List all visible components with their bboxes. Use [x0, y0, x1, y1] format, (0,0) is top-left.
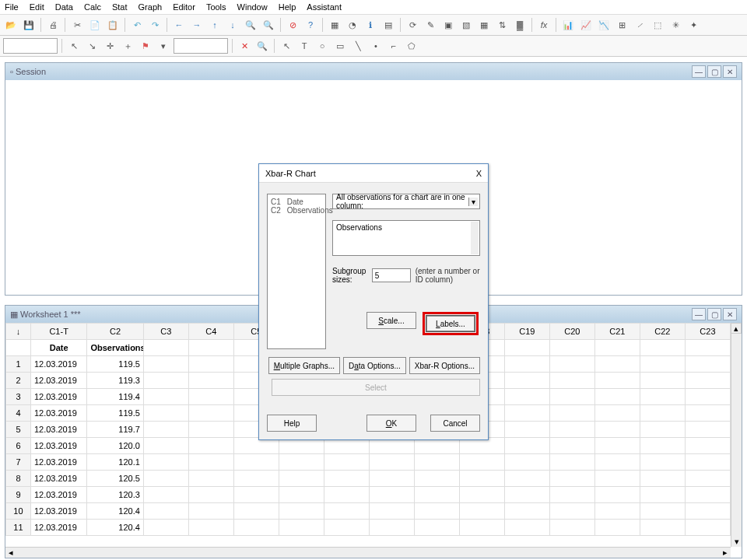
- cell[interactable]: [685, 438, 730, 454]
- cell[interactable]: [640, 520, 685, 536]
- arrow-down-icon[interactable]: ↓: [225, 17, 240, 33]
- cell[interactable]: [324, 471, 369, 487]
- circle-tool-icon[interactable]: ○: [314, 38, 330, 54]
- paste-icon[interactable]: 📋: [105, 17, 121, 33]
- cell[interactable]: [594, 487, 640, 503]
- menu-window[interactable]: Window: [237, 2, 268, 12]
- cell[interactable]: [324, 487, 369, 503]
- text-tool-icon[interactable]: T: [296, 38, 312, 54]
- cell[interactable]: 12.03.2019: [30, 454, 87, 471]
- minimize-button[interactable]: —: [692, 65, 706, 78]
- ws-minimize-button[interactable]: —: [692, 308, 706, 320]
- cell[interactable]: [324, 454, 369, 471]
- chart1-icon[interactable]: 📊: [560, 17, 576, 33]
- chart5-icon[interactable]: ⟋: [632, 17, 647, 33]
- cell[interactable]: [143, 438, 188, 454]
- flag-icon[interactable]: ⚑: [138, 38, 153, 54]
- multiple-graphs-button[interactable]: Multiple Graphs...: [268, 357, 340, 374]
- cancel-icon[interactable]: ⊘: [285, 17, 300, 33]
- menu-data[interactable]: Data: [55, 2, 73, 12]
- layers-icon[interactable]: ▣: [440, 17, 456, 33]
- cell[interactable]: [188, 356, 233, 373]
- menu-editor[interactable]: Editor: [173, 2, 195, 12]
- session-title-bar[interactable]: ▫ Session — ▢ ✕: [5, 63, 742, 80]
- menu-assistant[interactable]: Assistant: [307, 2, 342, 12]
- cell[interactable]: [685, 405, 730, 422]
- cell[interactable]: [279, 487, 324, 503]
- cut-icon[interactable]: ✂: [69, 17, 85, 33]
- open-icon[interactable]: 📂: [3, 17, 19, 33]
- row-header[interactable]: 1: [6, 356, 31, 373]
- pointer-icon[interactable]: ↖: [66, 38, 82, 54]
- cell[interactable]: [188, 487, 233, 503]
- chart3-icon[interactable]: 📉: [596, 17, 612, 33]
- cell[interactable]: [188, 373, 233, 389]
- grid-icon[interactable]: ▦: [476, 17, 492, 33]
- cell[interactable]: [504, 487, 549, 503]
- poly-tool-icon[interactable]: ⬠: [404, 38, 419, 54]
- arrangement-dropdown[interactable]: All observations for a chart are in one …: [332, 194, 480, 209]
- cell[interactable]: [504, 454, 549, 471]
- row-header[interactable]: 8: [6, 471, 31, 487]
- maximize-button[interactable]: ▢: [707, 65, 721, 78]
- row-header[interactable]: 2: [6, 373, 31, 389]
- chart8-icon[interactable]: ✦: [686, 17, 701, 33]
- cell[interactable]: [685, 356, 730, 373]
- textarea-scrollbar[interactable]: [471, 222, 479, 254]
- cell[interactable]: 119.5: [87, 356, 144, 373]
- cell[interactable]: 120.4: [87, 520, 144, 536]
- cell[interactable]: 12.03.2019: [30, 471, 87, 487]
- cell[interactable]: 120.4: [87, 503, 144, 520]
- xbarr-options-button[interactable]: Xbar-R Options...: [409, 357, 480, 374]
- cell[interactable]: [504, 405, 549, 422]
- cell[interactable]: [233, 503, 279, 520]
- cell[interactable]: [549, 405, 594, 422]
- cell[interactable]: [369, 454, 414, 471]
- cell[interactable]: [504, 503, 549, 520]
- find-next-icon[interactable]: 🔍: [261, 17, 276, 33]
- cell[interactable]: 12.03.2019: [30, 405, 87, 422]
- var-item[interactable]: C2Observations: [271, 206, 322, 215]
- col-header[interactable]: C20: [549, 324, 594, 340]
- part-icon[interactable]: ◔: [345, 17, 360, 33]
- cell[interactable]: [414, 454, 459, 471]
- cell[interactable]: [143, 422, 188, 438]
- fx-icon[interactable]: fx: [536, 17, 552, 33]
- cell[interactable]: [188, 422, 233, 438]
- cell[interactable]: [640, 454, 685, 471]
- cell[interactable]: [143, 405, 188, 422]
- cell[interactable]: [279, 503, 324, 520]
- cell[interactable]: [143, 373, 188, 389]
- cell[interactable]: [594, 356, 640, 373]
- cell[interactable]: 119.5: [87, 405, 144, 422]
- cell[interactable]: [594, 389, 640, 405]
- cell[interactable]: 12.03.2019: [30, 422, 87, 438]
- menu-file[interactable]: File: [5, 2, 19, 12]
- cell[interactable]: 119.7: [87, 422, 144, 438]
- cell[interactable]: [459, 487, 504, 503]
- cell[interactable]: [685, 454, 730, 471]
- cell[interactable]: [324, 503, 369, 520]
- col-header[interactable]: C22: [640, 324, 685, 340]
- undo-icon[interactable]: ↶: [129, 17, 145, 33]
- close-button[interactable]: ✕: [723, 65, 737, 78]
- cell[interactable]: 120.0: [87, 438, 144, 454]
- cell[interactable]: [233, 471, 279, 487]
- cell[interactable]: [685, 422, 730, 438]
- cell[interactable]: [369, 471, 414, 487]
- combo-2[interactable]: [174, 38, 228, 54]
- subgroup-input[interactable]: [372, 268, 411, 282]
- cell[interactable]: [504, 471, 549, 487]
- cell[interactable]: [504, 373, 549, 389]
- cell[interactable]: [324, 520, 369, 536]
- labels-button[interactable]: Labels...: [426, 315, 475, 332]
- row-header[interactable]: 7: [6, 454, 31, 471]
- print-icon[interactable]: 🖨: [45, 17, 61, 33]
- combo-1[interactable]: [3, 38, 58, 54]
- cell[interactable]: [414, 487, 459, 503]
- cell[interactable]: [143, 389, 188, 405]
- cell[interactable]: [640, 373, 685, 389]
- redo-icon[interactable]: ↷: [147, 17, 163, 33]
- ws-scrollbar-vertical[interactable]: ▾: [731, 334, 742, 547]
- cell[interactable]: [685, 487, 730, 503]
